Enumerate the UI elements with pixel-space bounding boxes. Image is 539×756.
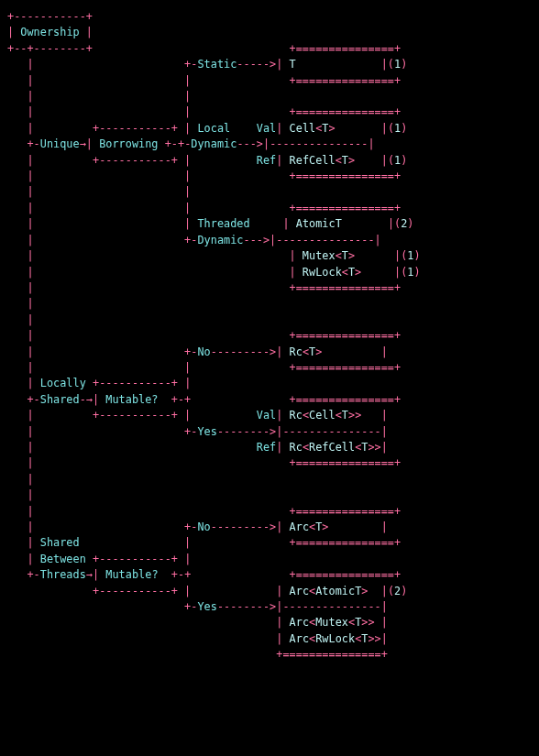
ownership-tree-diagram: +-----------+ | Ownership | +--+--------… bbox=[0, 0, 539, 663]
